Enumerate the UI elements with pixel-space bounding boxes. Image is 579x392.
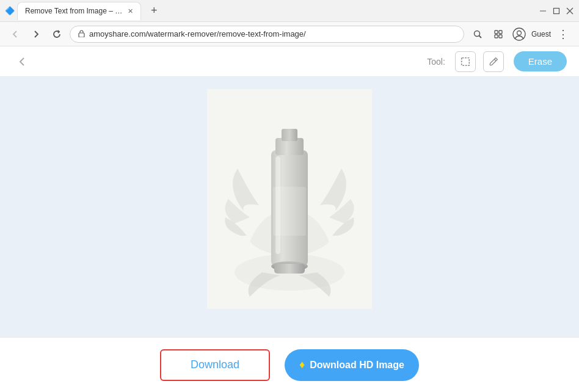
nav-bar: amoyshare.com/watermark-remover/remove-t…	[0, 22, 579, 46]
nav-right-controls: Guest ⋮	[469, 26, 572, 43]
menu-button[interactable]: ⋮	[555, 26, 572, 43]
bottom-bar: Download ♦ Download HD Image	[0, 337, 579, 392]
brush-tool-button[interactable]	[483, 51, 504, 72]
svg-rect-1	[554, 8, 559, 13]
new-tab-button[interactable]: +	[146, 2, 162, 20]
account-button[interactable]	[511, 26, 528, 43]
search-button[interactable]	[469, 26, 486, 43]
svg-rect-13	[462, 57, 470, 65]
svg-rect-4	[79, 33, 84, 37]
svg-rect-0	[540, 10, 546, 11]
svg-rect-21	[273, 187, 306, 236]
svg-rect-9	[495, 35, 498, 38]
app-toolbar: Tool: Erase	[0, 46, 579, 77]
svg-line-6	[479, 35, 481, 38]
download-hd-button[interactable]: ♦ Download HD Image	[285, 349, 419, 381]
address-bar[interactable]: amoyshare.com/watermark-remover/remove-t…	[70, 26, 464, 43]
svg-rect-23	[274, 264, 305, 274]
tool-group	[455, 51, 504, 72]
tab-favicon: 🔷	[5, 6, 15, 15]
window-controls	[539, 7, 574, 15]
minimize-button[interactable]	[539, 7, 547, 15]
svg-line-14	[494, 59, 496, 60]
svg-rect-8	[499, 31, 502, 34]
product-image	[207, 89, 372, 309]
svg-point-12	[517, 31, 521, 35]
svg-rect-10	[499, 35, 502, 38]
browser-frame: 🔷 Remove Text from Image – Delet ✕ +	[0, 0, 579, 392]
restore-button[interactable]	[552, 7, 561, 15]
guest-label: Guest	[531, 30, 551, 38]
diamond-icon: ♦	[299, 358, 305, 371]
browser-tab[interactable]: Remove Text from Image – Delet ✕	[17, 2, 141, 20]
svg-rect-7	[495, 31, 498, 34]
lock-icon	[78, 29, 86, 39]
url-text: amoyshare.com/watermark-remover/remove-t…	[89, 29, 456, 38]
extensions-button[interactable]	[490, 26, 507, 43]
reload-button[interactable]	[49, 26, 65, 42]
svg-rect-19	[282, 129, 297, 141]
toolbar-back-button[interactable]	[12, 52, 32, 71]
back-button[interactable]	[7, 26, 23, 42]
erase-button[interactable]: Erase	[514, 51, 567, 71]
svg-point-5	[474, 31, 479, 36]
selection-tool-button[interactable]	[455, 51, 476, 72]
tab-title: Remove Text from Image – Delet	[25, 7, 123, 15]
download-hd-label: Download HD Image	[310, 360, 404, 371]
main-content	[0, 77, 579, 337]
download-button[interactable]: Download	[160, 349, 270, 381]
forward-button[interactable]	[28, 26, 44, 42]
image-canvas	[207, 89, 372, 309]
title-bar: 🔷 Remove Text from Image – Delet ✕ +	[0, 0, 579, 22]
tool-label: Tool:	[427, 57, 445, 67]
close-button[interactable]	[566, 7, 574, 15]
tab-close-button[interactable]: ✕	[128, 7, 133, 15]
